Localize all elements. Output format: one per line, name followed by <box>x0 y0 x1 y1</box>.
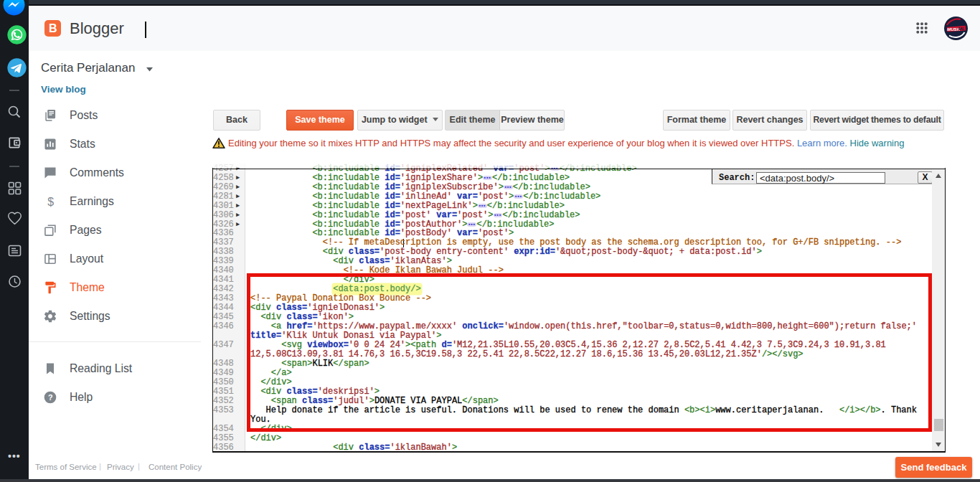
svg-text:ML: ML <box>958 26 965 31</box>
svg-text:?: ? <box>48 393 53 402</box>
svg-text:$: $ <box>47 196 54 208</box>
